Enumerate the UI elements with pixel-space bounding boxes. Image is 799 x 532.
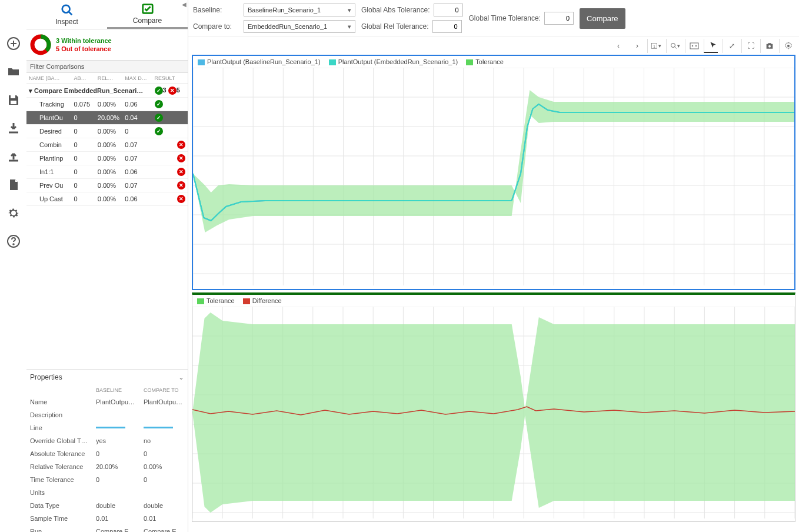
grt-input[interactable] [432, 20, 462, 33]
property-row: Data Typedoubledouble [26, 499, 188, 512]
expand-in-icon[interactable]: ⤢ [723, 39, 737, 53]
svg-point-7 [62, 5, 69, 12]
svg-rect-3 [11, 95, 15, 98]
legend2-difference: Difference [252, 297, 282, 304]
table-row[interactable]: Tracking0.0750.00%0.06✓ [26, 98, 188, 111]
compareto-select[interactable]: EmbeddedRun_Scenario_1 [244, 20, 355, 33]
within-tolerance-text: 3 Within tolerance [56, 36, 112, 45]
svg-rect-4 [11, 101, 16, 104]
tab-compare-label: Compare [133, 16, 162, 25]
plot-toolbar: ‹ › 1▾ ▾ ⤢ ⛶ [188, 37, 799, 55]
compareto-label: Compare to: [193, 22, 240, 31]
gat-input[interactable] [434, 4, 463, 16]
tabs: Inspect Compare ◀ [26, 0, 188, 29]
properties-panel: Properties ⌄ BASELINECOMPARE TO NamePlan… [26, 369, 188, 533]
property-row: NamePlantOutput…PlantOutput… [26, 395, 188, 408]
props-baseline-header: BASELINE [92, 385, 140, 395]
baseline-label: Baseline: [193, 6, 240, 14]
col-abs[interactable]: AB… [72, 73, 95, 84]
sidebar: Inspect Compare ◀ 3 Within tolerance 5 O… [26, 0, 188, 532]
col-name[interactable]: NAME (BA… [26, 73, 72, 84]
layout-icon[interactable]: 1▾ [647, 39, 661, 53]
tab-compare[interactable]: Compare [107, 0, 188, 29]
collapse-sidebar-icon[interactable]: ◀ [182, 1, 187, 8]
group-row[interactable]: ▾ Compare EmbeddedRun_Scenari… [26, 84, 152, 98]
svg-text:1: 1 [653, 44, 655, 48]
legend2-tolerance: Tolerance [207, 297, 235, 304]
table-row[interactable]: PlantInp00.00%0.07✕ [26, 152, 188, 165]
nav-prev-icon[interactable]: ‹ [610, 39, 624, 53]
fit-icon[interactable] [685, 39, 699, 53]
table-row[interactable]: Prev Ou00.00%0.07✕ [26, 179, 188, 192]
property-row: Line [26, 421, 188, 434]
tab-inspect[interactable]: Inspect [26, 0, 107, 29]
property-row: Override Global T…yesno [26, 434, 188, 447]
property-row: Absolute Tolerance00 [26, 447, 188, 460]
col-maxd[interactable]: MAX D… [122, 73, 152, 84]
signal-plot[interactable]: PlantOutput (BaselineRun_Scenario_1) Pla… [192, 55, 795, 290]
property-row: RunCompare E…Compare E… [26, 525, 188, 533]
left-rail [0, 0, 26, 532]
zoom-icon[interactable]: ▾ [666, 39, 680, 53]
svg-point-19 [768, 45, 771, 48]
table-row[interactable]: Up Cast00.00%0.06✕ [26, 192, 188, 206]
summary: 3 Within tolerance 5 Out of tolerance [26, 29, 188, 60]
gtt-label: Global Time Tolerance: [469, 14, 541, 22]
svg-point-17 [692, 45, 693, 46]
table-row[interactable]: Combin00.00%0.07✕ [26, 138, 188, 152]
svg-line-15 [675, 47, 677, 49]
props-compareto-header: COMPARE TO [140, 385, 188, 395]
gat-label: Global Abs Tolerance: [361, 6, 430, 14]
col-result[interactable]: RESULT [152, 73, 188, 84]
svg-line-8 [68, 11, 72, 15]
difference-plot[interactable]: Tolerance Difference [192, 292, 795, 522]
svg-point-18 [695, 45, 697, 46]
legend-baseline: PlantOutput (BaselineRun_Scenario_1) [207, 58, 321, 65]
nav-next-icon[interactable]: › [628, 39, 642, 53]
svg-point-14 [671, 44, 675, 48]
svg-rect-16 [690, 43, 698, 49]
gear-icon[interactable] [5, 205, 22, 221]
grt-label: Global Rel Tolerance: [361, 22, 429, 31]
table-row[interactable]: In1:100.00%0.06✕ [26, 165, 188, 179]
compare-button[interactable]: Compare [580, 8, 625, 29]
comparison-table: NAME (BA… AB… REL… MAX D… RESULT ▾ Compa… [26, 73, 188, 206]
svg-point-6 [13, 244, 14, 245]
tab-inspect-label: Inspect [55, 18, 78, 26]
save-icon[interactable] [5, 92, 22, 108]
property-row: Description [26, 408, 188, 421]
help-icon[interactable] [5, 233, 22, 250]
expand-out-icon[interactable]: ⛶ [741, 39, 755, 53]
property-row: Sample Time0.010.01 [26, 512, 188, 525]
compare-toolbar: Baseline: BaselineRun_Scenario_1 Compare… [188, 0, 799, 37]
baseline-select[interactable]: BaselineRun_Scenario_1 [244, 4, 355, 16]
legend-compare: PlantOutput (EmbeddedRun_Scenario_1) [338, 58, 458, 65]
col-rel[interactable]: REL… [95, 73, 122, 84]
table-row[interactable]: Desired00.00%0✓ [26, 125, 188, 138]
upload-icon[interactable] [5, 148, 22, 165]
settings-icon[interactable] [779, 39, 793, 53]
cursor-icon[interactable] [704, 39, 718, 53]
property-row: Relative Tolerance20.00%0.00% [26, 460, 188, 473]
folder-icon[interactable] [5, 64, 22, 80]
document-icon[interactable] [5, 177, 22, 193]
add-icon[interactable] [5, 35, 22, 52]
out-of-tolerance-text: 5 Out of tolerance [56, 45, 112, 53]
property-row: Time Tolerance00 [26, 473, 188, 486]
legend-tolerance: Tolerance [475, 58, 504, 65]
svg-point-20 [787, 45, 790, 47]
plot-area: Baseline: BaselineRun_Scenario_1 Compare… [188, 0, 799, 532]
camera-icon[interactable] [760, 39, 774, 53]
table-row[interactable]: PlantOu020.00%0.04✓ [26, 111, 188, 125]
properties-collapse-icon[interactable]: ⌄ [178, 373, 184, 381]
filter-comparisons-label[interactable]: Filter Comparisons [26, 60, 188, 73]
download-icon[interactable] [5, 120, 22, 137]
gtt-input[interactable] [544, 12, 574, 25]
donut-chart [30, 34, 51, 55]
properties-title: Properties [30, 373, 62, 381]
property-row: Units [26, 486, 188, 499]
